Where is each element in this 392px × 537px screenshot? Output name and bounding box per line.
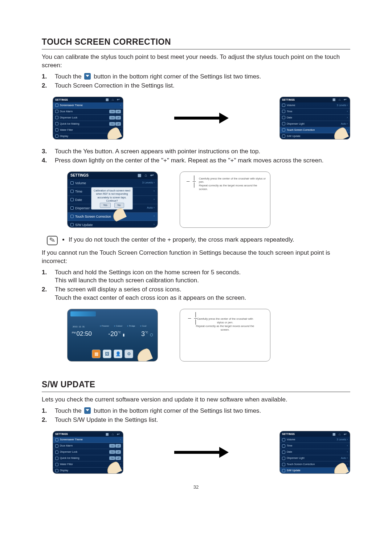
- cal-line2: Repeat correctly as the target moves aro…: [196, 324, 254, 331]
- row-label: Date: [75, 198, 82, 202]
- quick-ice-icon: [55, 122, 58, 125]
- row-label: Dispenser Lock: [60, 116, 77, 119]
- intro-text: You can calibrate the stylus touch point…: [42, 53, 350, 70]
- panel-title: SETTINGS: [282, 432, 295, 436]
- screensaver-icon: [55, 104, 58, 107]
- dock-app-1-icon: ▦: [92, 350, 101, 358]
- row-label: Volume: [75, 181, 86, 185]
- row-label: Time: [75, 189, 82, 194]
- cal-line1: Carefully press the center of the crossh…: [199, 177, 266, 184]
- header-icons: ▦ ⌂ ↩: [106, 432, 121, 436]
- popup-yes-button[interactable]: Yes: [100, 203, 110, 207]
- row-label: Touch Screen Correction: [287, 463, 315, 466]
- toggle: Onoff: [109, 122, 121, 126]
- dispenser-lock-icon: [55, 116, 58, 119]
- step-text: Touch S/W Update in the Settings list.: [55, 416, 350, 424]
- sw-intro: Lets you check the current software vers…: [42, 396, 350, 404]
- step-number: 2.: [42, 286, 55, 294]
- figure-row-3: 2013. 12. 31 Freezer Cubed Fridge Cool P…: [67, 309, 350, 362]
- step-number: 1.: [42, 268, 55, 277]
- crosshair-icon: | — — |: [187, 176, 196, 187]
- figure-row-sw: SETTINGS ▦ ⌂ ↩ Screensaver Theme› Door A…: [53, 431, 350, 474]
- step-text: Touch Screen Correction in the Settings …: [55, 82, 350, 90]
- step-text-before: Touch the: [55, 407, 83, 414]
- label-fridge: Fridge: [127, 324, 135, 327]
- header-icons: ▦ ⌂ ↩: [138, 173, 155, 178]
- step-number: 1.: [42, 73, 55, 81]
- quick-ice-icon: [55, 457, 58, 460]
- step-number: 3.: [42, 148, 55, 156]
- toggle: Onoff: [109, 450, 121, 454]
- home-dock: ▦ 🖼 👤 ⚙: [92, 350, 133, 358]
- step-text: Touch the button in the bottom right cor…: [55, 73, 350, 81]
- clock-ampm: PM: [72, 331, 76, 334]
- home-screen: 2013. 12. 31 Freezer Cubed Fridge Cool P…: [67, 309, 158, 362]
- date-icon: [282, 116, 285, 119]
- clock-time: 02:50: [77, 330, 92, 337]
- note-list: If you do not touch the center of the + …: [69, 236, 294, 244]
- dispenser-light-icon: [282, 457, 285, 460]
- row-label: Water Filter: [60, 463, 73, 466]
- dock-app-3-icon: 👤: [114, 350, 122, 358]
- row-value: 3 Levels: [142, 181, 153, 185]
- freezer-temp: -20°C ▮: [108, 330, 125, 338]
- row-label: Dispenser Li: [75, 206, 93, 210]
- fridge-temp: 3°C ⬡: [141, 330, 153, 338]
- row-label: Touch Screen Correction: [75, 214, 111, 219]
- settings-screen-b: SETTINGS ▦ ⌂ ↩ Volume3 Levels › Time› Da…: [279, 97, 350, 140]
- step-line: This will launch the touch screen calibr…: [55, 277, 199, 284]
- row-label: Volume: [287, 104, 295, 107]
- step-text-after: button in the bottom right corner of the…: [94, 73, 261, 80]
- header-icons: ▦ ⌂ ↩: [106, 97, 121, 102]
- calibration-screen: | — — | Carefully press the center of th…: [180, 171, 270, 228]
- row-label: Touch Screen Correction: [287, 128, 315, 132]
- toggle: Onoff: [109, 456, 121, 460]
- temp-value: -20: [108, 330, 118, 338]
- step-number: 1.: [42, 407, 55, 415]
- touch-correction-icon: [70, 215, 74, 218]
- water-filter-icon: [55, 463, 58, 466]
- popup-no-button[interactable]: No: [114, 203, 124, 207]
- row-value: 3 Levels: [337, 438, 346, 441]
- temp-unit: °C: [118, 331, 121, 334]
- row-label: Door Alarm: [60, 444, 73, 447]
- temp-labels: Freezer Cubed Fridge Cool: [97, 324, 149, 327]
- screensaver-icon: [55, 438, 58, 441]
- display-icon: [55, 134, 58, 138]
- row-label: Date: [287, 116, 292, 119]
- row-label: Display: [60, 134, 68, 138]
- calibration-instruction: Carefully press the center of the crossh…: [195, 317, 256, 331]
- step-line: The screen will display a series of cros…: [55, 286, 181, 293]
- arrow-right-icon: [174, 449, 229, 456]
- touch-correction-icon: [282, 128, 285, 132]
- panel-title: SETTINGS: [55, 432, 68, 436]
- row-value: 3 Levels: [337, 104, 346, 107]
- row-label: S/W Update: [287, 134, 301, 138]
- step-text: Touch the Yes button. A screen appears w…: [55, 148, 350, 156]
- label-freezer: Freezer: [100, 324, 109, 327]
- alt-intro: If you cannot run the Touch Screen Corre…: [42, 249, 350, 266]
- dock-settings-icon[interactable]: ⚙: [124, 350, 133, 358]
- chevron-down-icon: [84, 73, 91, 80]
- toggle: Onoff: [109, 110, 121, 113]
- popup-message: Calibration of touch screen need when RE…: [93, 189, 131, 203]
- step-text: The screen will display a series of cros…: [55, 286, 350, 302]
- settings-screen-a: SETTINGS ▦ ⌂ ↩ Screensaver Theme› Door A…: [53, 97, 123, 140]
- figure-row-2: SETTINGS ▦ ⌂ ↩ Volume3 Levels › Time› Da…: [67, 171, 350, 228]
- door-alarm-icon: [55, 110, 58, 113]
- row-label: Volume: [287, 438, 295, 441]
- sw-steps: 1. Touch the button in the bottom right …: [42, 407, 350, 424]
- step-line: Touch the exact center of each cross ico…: [55, 294, 246, 301]
- date-icon: [282, 451, 285, 454]
- volume-icon: [70, 181, 74, 185]
- panel-title: SETTINGS: [55, 98, 68, 101]
- row-label: Water Filter: [60, 128, 73, 132]
- step-text: Touch and hold the Settings icon on the …: [55, 268, 350, 285]
- note-icon: [47, 236, 58, 245]
- dock-app-2-icon: 🖼: [103, 350, 111, 358]
- section-heading-sw: S/W UPDATE: [42, 379, 350, 392]
- step-text-after: button in the bottom right corner of the…: [94, 407, 261, 414]
- temp-unit: °C: [145, 331, 148, 334]
- page-number: 32: [42, 484, 350, 490]
- time-icon: [70, 190, 74, 193]
